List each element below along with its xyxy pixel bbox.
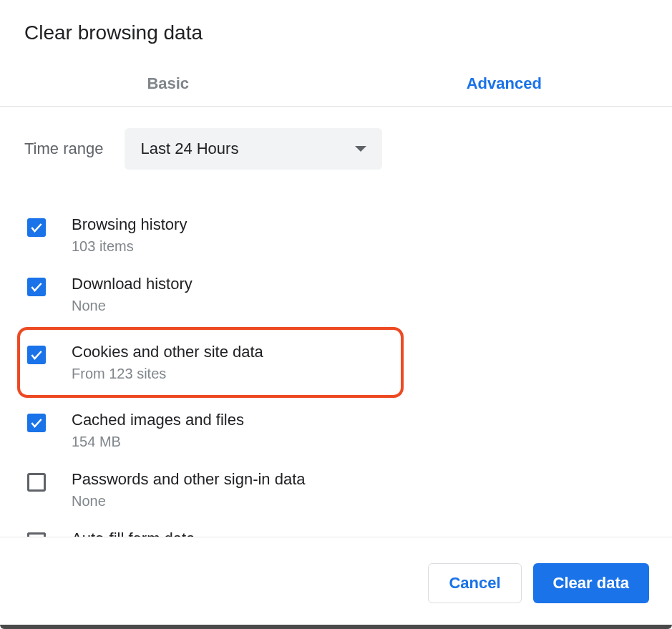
option-title: Cached images and files [72,411,244,429]
check-icon [29,416,44,430]
cancel-button[interactable]: Cancel [428,563,521,603]
dialog-bottom-edge [0,625,672,629]
option-text: Download history None [72,275,193,314]
option-title: Passwords and other sign-in data [72,470,306,489]
option-text: Browsing history 103 items [72,215,187,255]
check-icon [29,220,44,235]
option-text: Cookies and other site data From 123 sit… [72,343,263,382]
option-subtitle: None [72,298,193,314]
checkbox-download-history[interactable] [27,278,46,296]
option-text: Passwords and other sign-in data None [72,470,306,509]
option-cached-images: Cached images and files 154 MB [24,401,648,460]
check-icon [29,280,44,294]
options-list: Browsing history 103 items Download hist… [24,205,648,548]
checkbox-cached-images[interactable] [27,414,46,432]
time-range-label: Time range [24,140,103,158]
dialog-title: Clear browsing data [0,0,672,44]
tab-basic[interactable]: Basic [0,74,336,106]
option-passwords: Passwords and other sign-in data None [24,460,648,520]
option-download-history: Download history None [24,265,648,324]
time-range-row: Time range Last 24 Hours [24,128,648,170]
tabs: Basic Advanced [0,74,672,107]
option-browsing-history: Browsing history 103 items [24,205,648,265]
option-subtitle: From 123 sites [72,366,263,382]
dialog-footer: Cancel Clear data [0,537,672,629]
option-title: Cookies and other site data [72,343,263,361]
option-text: Cached images and files 154 MB [72,411,244,450]
option-title: Download history [72,275,193,293]
clear-data-button[interactable]: Clear data [533,563,649,603]
clear-browsing-data-dialog: Clear browsing data Basic Advanced Time … [0,0,672,629]
checkbox-browsing-history[interactable] [27,218,46,237]
option-subtitle: 103 items [72,238,187,255]
option-subtitle: None [72,493,306,509]
option-subtitle: 154 MB [72,434,244,450]
option-cookies: Cookies and other site data From 123 sit… [17,327,404,398]
checkbox-passwords[interactable] [27,473,46,492]
tab-advanced[interactable]: Advanced [336,74,673,106]
checkbox-cookies[interactable] [27,346,46,364]
time-range-select[interactable]: Last 24 Hours [125,128,382,170]
chevron-down-icon [355,146,366,152]
check-icon [29,348,44,362]
time-range-value: Last 24 Hours [140,140,238,158]
option-title: Browsing history [72,215,187,234]
